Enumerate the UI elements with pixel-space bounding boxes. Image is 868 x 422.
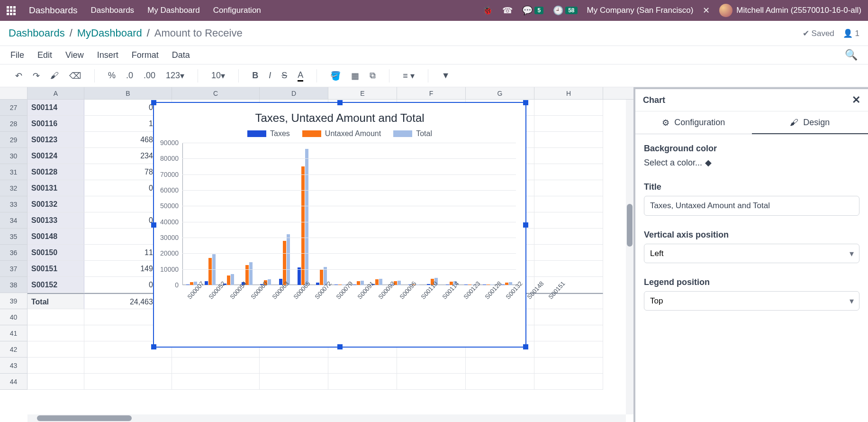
undo-button[interactable]: ↶: [12, 69, 25, 83]
breadcrumb-mid[interactable]: MyDashboard: [77, 27, 142, 39]
cell[interactable]: S00124: [27, 148, 84, 164]
resize-handle[interactable]: [523, 100, 528, 105]
messages-button[interactable]: 💬5: [522, 5, 543, 16]
dec-decrease-button[interactable]: .0: [123, 69, 136, 83]
cell[interactable]: [534, 100, 603, 115]
cell[interactable]: S00123: [27, 132, 84, 147]
row-header[interactable]: 36: [0, 245, 27, 261]
row-header[interactable]: 33: [0, 196, 27, 212]
cell[interactable]: [328, 374, 397, 389]
cell[interactable]: [260, 374, 328, 389]
chart-title-input[interactable]: [644, 196, 859, 216]
cell[interactable]: [27, 374, 84, 389]
activities-button[interactable]: 🕘58: [553, 5, 577, 16]
row-header[interactable]: 34: [0, 212, 27, 229]
cell[interactable]: [466, 358, 534, 373]
clear-format-button[interactable]: ⌫: [66, 69, 84, 83]
menu-file[interactable]: File: [10, 50, 24, 60]
cell[interactable]: S00128: [27, 164, 84, 180]
cell[interactable]: [84, 358, 172, 373]
collaborators-indicator[interactable]: 👤 1: [843, 28, 859, 38]
align-button[interactable]: ≡ ▾: [400, 69, 417, 83]
cell[interactable]: [84, 374, 172, 389]
row-header[interactable]: 35: [0, 229, 27, 245]
cell[interactable]: [260, 358, 328, 373]
row-header[interactable]: 29: [0, 132, 27, 148]
row-header[interactable]: 42: [0, 341, 27, 358]
cell[interactable]: [534, 358, 603, 373]
cell[interactable]: S00116: [27, 116, 84, 131]
row-header[interactable]: 38: [0, 277, 27, 293]
cell[interactable]: [534, 309, 603, 325]
cell[interactable]: [534, 374, 603, 389]
cell[interactable]: [534, 293, 603, 309]
cell[interactable]: S00148: [27, 229, 84, 244]
vertical-scrollbar[interactable]: [626, 100, 633, 414]
cell[interactable]: [534, 164, 603, 180]
cell[interactable]: S00150: [27, 245, 84, 260]
resize-handle[interactable]: [523, 344, 528, 349]
col-header[interactable]: G: [466, 87, 534, 99]
table-row[interactable]: [27, 358, 603, 374]
menu-insert[interactable]: Insert: [97, 50, 118, 60]
cell[interactable]: [534, 196, 603, 212]
row-header[interactable]: 37: [0, 261, 27, 277]
nav-my-dashboard[interactable]: My Dashboard: [147, 6, 200, 15]
apps-icon[interactable]: [7, 6, 16, 15]
legend-pos-select[interactable]: Top: [644, 291, 859, 311]
row-header[interactable]: 30: [0, 148, 27, 164]
user-menu[interactable]: Mitchell Admin (25570010-16-0-all): [719, 4, 861, 17]
cell[interactable]: [534, 341, 603, 357]
merge-button[interactable]: ⧉: [367, 69, 379, 83]
cell[interactable]: Total: [27, 293, 84, 309]
chart-object[interactable]: Taxes, Untaxed Amount and Total TaxesUnt…: [153, 102, 526, 348]
cell[interactable]: S00151: [27, 261, 84, 276]
cell[interactable]: [534, 148, 603, 164]
cell[interactable]: S00131: [27, 180, 84, 196]
menu-edit[interactable]: Edit: [37, 50, 52, 60]
borders-button[interactable]: ▦: [348, 69, 362, 83]
resize-handle[interactable]: [337, 100, 343, 105]
cell[interactable]: [534, 245, 603, 260]
menu-view[interactable]: View: [65, 50, 84, 60]
col-header[interactable]: E: [328, 87, 397, 99]
tools-icon[interactable]: ✕: [703, 5, 710, 16]
col-header[interactable]: F: [397, 87, 466, 99]
cell[interactable]: [466, 374, 534, 389]
font-size-select[interactable]: 10 ▾: [208, 69, 228, 83]
cell[interactable]: [534, 132, 603, 147]
cell[interactable]: [534, 325, 603, 341]
bug-icon[interactable]: 🐞: [482, 5, 493, 16]
row-header[interactable]: 40: [0, 309, 27, 325]
cell[interactable]: [534, 261, 603, 276]
row-header[interactable]: 27: [0, 100, 27, 116]
filter-button[interactable]: ▼: [439, 69, 453, 83]
col-header[interactable]: H: [534, 87, 603, 99]
text-color-button[interactable]: A: [295, 68, 306, 83]
cell[interactable]: [397, 374, 466, 389]
support-icon[interactable]: ☎: [502, 5, 513, 16]
app-brand[interactable]: Dashboards: [29, 5, 77, 16]
nav-configuration[interactable]: Configuration: [213, 6, 261, 15]
cell[interactable]: [172, 358, 260, 373]
row-header[interactable]: 41: [0, 325, 27, 341]
cell[interactable]: S00114: [27, 100, 84, 115]
cell[interactable]: [534, 180, 603, 196]
cell[interactable]: [328, 358, 397, 373]
fill-color-button[interactable]: 🪣: [327, 69, 344, 83]
cell[interactable]: [27, 341, 84, 357]
col-header[interactable]: C: [172, 87, 260, 99]
italic-button[interactable]: I: [266, 69, 274, 83]
cell[interactable]: S00133: [27, 212, 84, 228]
bg-color-picker[interactable]: Select a color... ◆: [644, 157, 859, 168]
resize-handle[interactable]: [523, 222, 528, 228]
redo-button[interactable]: ↷: [30, 69, 43, 83]
cell[interactable]: S00152: [27, 277, 84, 293]
col-header[interactable]: B: [84, 87, 172, 99]
select-all-corner[interactable]: [0, 87, 27, 99]
tab-design[interactable]: 🖌Design: [752, 111, 868, 134]
resize-handle[interactable]: [151, 222, 156, 228]
dec-increase-button[interactable]: .00: [141, 69, 158, 83]
row-header[interactable]: 32: [0, 180, 27, 196]
strike-button[interactable]: S: [279, 69, 290, 83]
